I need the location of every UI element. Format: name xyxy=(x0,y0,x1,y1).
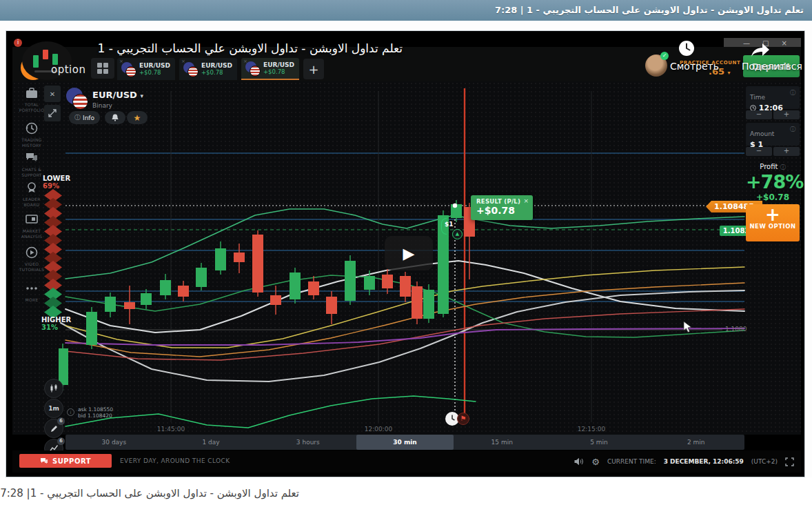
watch-later-label[interactable]: Смотреть xyxy=(670,61,719,72)
tools-count-badge: 6 xyxy=(57,417,65,425)
tab-profit: +$0.78 xyxy=(263,68,294,75)
result-value: +$0.78 xyxy=(476,205,527,216)
timeframe-3-hours[interactable]: 3 hours xyxy=(259,435,356,450)
dots-icon xyxy=(25,281,39,295)
status-bar: SUPPORT EVERY DAY, AROUND THE CLOCK ⚙ CU… xyxy=(12,450,801,473)
info-icon: ⓘ xyxy=(790,126,795,133)
sidebar-item-chats-support[interactable]: CHATS &SUPPORT xyxy=(12,151,51,177)
asset-tab[interactable]: ×EUR/USD+$0.78 xyxy=(241,58,299,80)
expand-icon xyxy=(48,109,57,117)
candle xyxy=(196,268,207,287)
alert-button[interactable] xyxy=(105,111,125,124)
sentiment-lower: LOWER 69% xyxy=(43,175,70,190)
support-label: SUPPORT xyxy=(52,457,91,465)
timeframe-2-min[interactable]: 2 min xyxy=(647,435,744,450)
lower-diamond-stack xyxy=(44,193,62,292)
pair-flag-icon xyxy=(121,62,135,76)
pair-flag-icon xyxy=(245,61,259,75)
speaker-icon[interactable] xyxy=(574,457,584,466)
tab-profit: +$0.78 xyxy=(201,69,232,76)
chat-icon xyxy=(25,151,39,165)
monitor-icon xyxy=(25,212,39,226)
candle-type-icon xyxy=(50,384,58,393)
ma-red xyxy=(65,309,744,360)
timeframe-30-min[interactable]: 30 min xyxy=(356,435,454,450)
amount-label: Amount xyxy=(750,130,774,137)
page: { "page": { "top_bar_title": "تعلم تداول… xyxy=(0,0,812,505)
support-button[interactable]: SUPPORT xyxy=(19,454,112,468)
candle xyxy=(382,275,393,288)
candle xyxy=(86,312,97,345)
close-icon[interactable]: × xyxy=(781,39,799,47)
call-direction-icon: ▲ xyxy=(452,229,463,239)
candle xyxy=(345,261,356,301)
ask-bid-quote: ask 1.108550 bid 1.108420 xyxy=(78,406,113,419)
fullscreen-icon[interactable] xyxy=(785,457,794,466)
medal-icon xyxy=(25,181,39,195)
candle xyxy=(290,273,301,299)
timeframe-5-min[interactable]: 5 min xyxy=(551,435,648,450)
profit-label: Profit xyxy=(760,163,778,170)
candle xyxy=(270,295,281,305)
time-label: Time xyxy=(750,94,765,101)
candle xyxy=(215,248,226,270)
time-minus-button[interactable]: − xyxy=(746,110,772,119)
balance-caret-icon: ▾ xyxy=(728,70,731,76)
stake-label: $1 xyxy=(445,221,454,228)
gear-icon[interactable]: ⚙ xyxy=(591,457,600,467)
higher-diamond-stack xyxy=(44,292,62,319)
amount-minus-button[interactable]: − xyxy=(746,147,772,156)
page-title-bar: تعلم تداول الاوبشن - تداول الاوبشن على ا… xyxy=(0,0,812,21)
annotation-icon[interactable]: i xyxy=(14,39,22,47)
video-overlay-title[interactable]: تعلم تداول الاوبشن - تداول الاوبشن علي ا… xyxy=(54,41,403,55)
gridline-price-label: 1.1080 xyxy=(725,326,747,333)
sidebar-item-trading-history[interactable]: TRADINGHISTORY xyxy=(12,121,51,148)
chart-type-button[interactable] xyxy=(44,379,63,398)
profit-value: +$0.78 xyxy=(746,192,800,202)
favorite-button[interactable]: ★ xyxy=(127,111,148,124)
timeframe-30-days[interactable]: 30 days xyxy=(65,435,163,450)
video-caption: تعلم تداول الاوبشن - تداول الاوبشن على ا… xyxy=(10,487,299,499)
bell-icon xyxy=(112,114,119,121)
watch-later-icon[interactable] xyxy=(678,40,695,57)
new-tab-button[interactable]: + xyxy=(303,59,324,79)
play-circle-icon xyxy=(25,246,39,259)
info-button[interactable]: ⓘInfo xyxy=(69,111,100,124)
candle xyxy=(252,235,263,293)
asset-tab[interactable]: ×EUR/USD+$0.78 xyxy=(117,58,175,80)
timeframe-15-min[interactable]: 15 min xyxy=(454,435,551,450)
interval-button[interactable]: 1m xyxy=(44,399,63,418)
higher-label: HIGHER xyxy=(41,316,71,324)
tab-profit: +$0.78 xyxy=(139,69,170,76)
result-tooltip: RESULT (P/L) +$0.78 × xyxy=(471,195,533,220)
pair-selector[interactable]: EUR/USD ▾ xyxy=(92,90,143,100)
sentiment-higher: HIGHER 31% xyxy=(41,316,71,331)
time-widget: Time ⓘ 12:06 xyxy=(746,86,800,109)
amount-plus-button[interactable]: + xyxy=(773,147,800,156)
utc-offset: (UTC+2) xyxy=(751,458,778,465)
time-plus-button[interactable]: + xyxy=(773,110,800,119)
purchase-point xyxy=(453,204,457,208)
new-option-button[interactable]: + NEW OPTION xyxy=(746,204,800,241)
support-tagline: EVERY DAY, AROUND THE CLOCK xyxy=(120,457,230,464)
play-button[interactable]: ▶ xyxy=(385,236,433,270)
close-icon[interactable]: × xyxy=(523,197,529,204)
candle xyxy=(234,253,245,262)
result-title: RESULT (P/L) xyxy=(476,198,527,205)
timeframe-1-day[interactable]: 1 day xyxy=(163,435,260,450)
layout-grid-button[interactable] xyxy=(91,58,114,79)
pencil-icon xyxy=(50,425,58,433)
indicators-count-badge: 6 xyxy=(57,437,65,445)
caption-area: تعلم تداول الاوبشن - تداول الاوبشن على ا… xyxy=(0,477,812,505)
ask-quote: ask 1.108550 xyxy=(78,406,113,413)
share-label[interactable]: Поделиться xyxy=(742,61,802,72)
share-icon[interactable] xyxy=(750,41,771,58)
tab-pair: EUR/USD xyxy=(263,61,294,68)
current-time-value: 3 DECEMBER, 12:06:59 xyxy=(664,458,744,465)
pair-flag-icon xyxy=(183,62,197,76)
candle xyxy=(59,348,68,385)
drawing-tools-button[interactable]: 6 xyxy=(44,419,63,438)
time-stepper: − + xyxy=(746,110,800,119)
asset-tab[interactable]: ×EUR/USD+$0.78 xyxy=(179,58,237,80)
quote-info-icon: i xyxy=(67,408,74,416)
